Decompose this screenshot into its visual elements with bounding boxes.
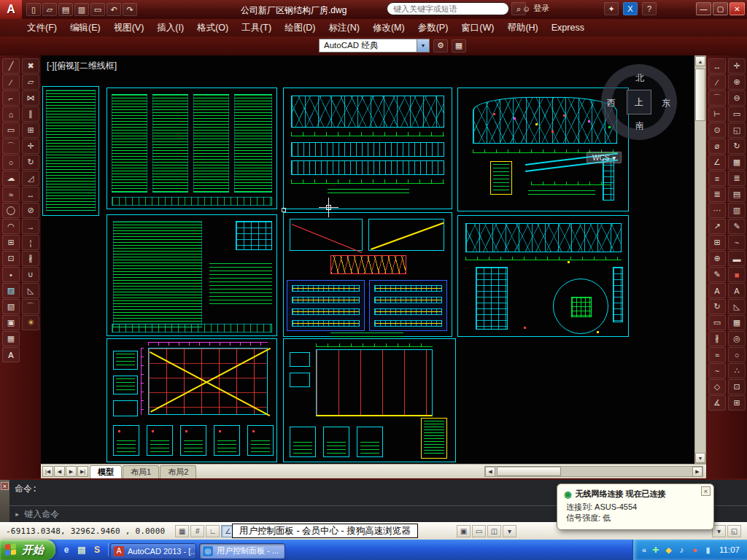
chamfer-icon[interactable]: ◺ — [22, 283, 39, 298]
inspection-dimension-icon[interactable]: ◇ — [708, 379, 726, 394]
spline-icon[interactable]: ≈ — [2, 187, 20, 202]
open-folder-icon[interactable]: ▱ — [42, 3, 57, 16]
menu-express[interactable]: Express — [545, 19, 591, 36]
gear-icon[interactable]: ⚙ — [433, 39, 448, 52]
join-icon[interactable]: ∪ — [22, 267, 39, 282]
task-user-panel[interactable]: ◎用户控制面板 - ... — [199, 543, 285, 559]
search-input[interactable] — [387, 2, 509, 15]
move-icon[interactable]: ✛ — [22, 139, 39, 154]
new-file-icon[interactable]: ▯ — [26, 3, 41, 16]
ungroup-icon[interactable]: ○ — [728, 347, 746, 362]
table-icon[interactable]: ▦ — [2, 331, 20, 346]
autocad-logo-icon[interactable]: A — [0, 0, 22, 19]
copy-icon[interactable]: ▱ — [22, 74, 39, 90]
line-icon[interactable]: ╱ — [2, 58, 20, 74]
aligned-dimension-icon[interactable]: ∕ — [708, 74, 726, 90]
quicklaunch-desktop-icon[interactable]: ▤ — [75, 543, 88, 556]
tab-layout2[interactable]: 布局2 — [160, 465, 196, 478]
orbit-icon[interactable]: ↻ — [728, 139, 746, 154]
workspace-settings-icon[interactable]: ▦ — [452, 39, 466, 52]
help-icon[interactable]: ? — [642, 2, 657, 15]
array-icon[interactable]: ⊞ — [22, 122, 39, 138]
tray-input-method-icon[interactable]: ◆ — [664, 545, 673, 555]
properties-icon[interactable]: ▥ — [728, 203, 746, 218]
diameter-dimension-icon[interactable]: ⌀ — [708, 139, 726, 154]
horizontal-scrollbar[interactable]: ◀ ▶ — [484, 466, 703, 477]
menu-window[interactable]: 窗口(W) — [454, 19, 500, 36]
xref-icon[interactable]: ⊞ — [728, 395, 746, 411]
explode-icon[interactable]: ✳ — [22, 315, 39, 330]
grid-toggle[interactable]: # — [190, 525, 204, 537]
tab-model[interactable]: 模型 — [90, 465, 122, 478]
block-editor-icon[interactable]: ⊡ — [728, 379, 746, 394]
view-compass[interactable]: 北 西 东 南 上 — [601, 64, 677, 140]
match-properties-icon[interactable]: ✎ — [728, 219, 746, 234]
tray-network-icon[interactable]: ▮ — [703, 545, 713, 555]
tab-layout1[interactable]: 布局1 — [123, 465, 159, 478]
circle-icon[interactable]: ○ — [2, 155, 20, 170]
menu-tools[interactable]: 工具(T) — [235, 19, 278, 36]
dimension-text-edit-icon[interactable]: A — [708, 283, 726, 298]
tray-safety-icon[interactable]: ● — [690, 545, 700, 555]
angular-dimension-icon[interactable]: ∠ — [708, 155, 726, 170]
print-preview-icon[interactable]: ▭ — [90, 3, 105, 16]
redo-icon[interactable]: ↷ — [123, 3, 137, 16]
zoom-window-icon[interactable]: ▭ — [728, 106, 746, 122]
clean-screen-icon[interactable]: ◱ — [727, 525, 741, 537]
plot-icon[interactable]: ▥ — [74, 3, 89, 16]
polyline-icon[interactable]: ⌐ — [2, 90, 20, 106]
menu-insert[interactable]: 插入(I) — [150, 19, 190, 36]
close-icon[interactable]: × — [701, 486, 711, 496]
zoom-extents-icon[interactable]: ◱ — [728, 122, 746, 138]
continue-dimension-icon[interactable]: ⋯ — [708, 203, 726, 218]
measure-icon[interactable]: ∴ — [728, 363, 746, 378]
linetype-icon[interactable]: ~ — [728, 235, 746, 250]
ortho-toggle[interactable]: ∟ — [206, 525, 220, 537]
tray-volume-icon[interactable]: ♪ — [677, 545, 686, 555]
arc-length-icon[interactable]: ⌒ — [708, 90, 726, 106]
save-icon[interactable]: ▤ — [58, 3, 73, 16]
scroll-left-icon[interactable]: ◀ — [485, 467, 495, 477]
close-button[interactable]: ✕ — [729, 2, 745, 15]
layer-properties-icon[interactable]: ▤ — [728, 187, 746, 202]
stretch-icon[interactable]: ↔ — [22, 187, 39, 202]
compass-up-button[interactable]: 上 — [627, 90, 651, 114]
sign-in-area[interactable]: ☺ 登录 — [522, 3, 549, 14]
linear-dimension-icon[interactable]: ↔ — [708, 58, 726, 74]
exchange-apps-icon[interactable]: X — [623, 2, 638, 15]
compass-east-label[interactable]: 东 — [662, 97, 670, 109]
revision-cloud-icon[interactable]: ☁ — [2, 171, 20, 186]
compass-west-label[interactable]: 西 — [607, 97, 616, 109]
erase-icon[interactable]: ✖ — [22, 58, 39, 74]
close-icon[interactable]: × — [1, 482, 9, 490]
snap-toggle[interactable]: ▦ — [175, 525, 189, 537]
group-icon[interactable]: ◎ — [728, 331, 746, 346]
gradient-icon[interactable]: ▧ — [2, 299, 20, 314]
workspace-dropdown[interactable]: AutoCAD 经典 ▼ — [319, 39, 430, 52]
menu-view[interactable]: 视图(V) — [107, 19, 151, 36]
center-mark-icon[interactable]: ⊕ — [708, 251, 726, 266]
trim-icon[interactable]: ⊘ — [22, 203, 39, 218]
tab-next-button[interactable]: ▶ — [66, 466, 77, 477]
zoom-out-icon[interactable]: ⊖ — [728, 90, 746, 106]
layout-space-button[interactable]: ▭ — [472, 525, 486, 537]
menu-draw[interactable]: 绘图(D) — [278, 19, 322, 36]
status-menu-arrow-icon[interactable]: ▾ — [712, 525, 726, 537]
polygon-icon[interactable]: ⌂ — [2, 106, 20, 122]
vertical-scrollbar[interactable]: ▲ ▼ — [694, 55, 706, 464]
scale-icon[interactable]: ◿ — [22, 171, 39, 186]
menu-modify[interactable]: 修改(M) — [366, 19, 411, 36]
offset-icon[interactable]: ∥ — [22, 106, 39, 122]
mirror-icon[interactable]: ⋈ — [22, 90, 39, 106]
sign-in-label[interactable]: 登录 — [533, 3, 549, 14]
scroll-up-icon[interactable]: ▲ — [695, 56, 705, 66]
rectangle-icon[interactable]: ▭ — [2, 122, 20, 138]
dimension-break-icon[interactable]: ∦ — [708, 331, 726, 346]
table-style-icon[interactable]: ▦ — [728, 315, 746, 330]
quicklaunch-sogou-icon[interactable]: S — [90, 543, 104, 556]
baseline-dimension-icon[interactable]: ≣ — [708, 187, 726, 202]
break-icon[interactable]: ∦ — [22, 251, 39, 266]
menu-edit[interactable]: 编辑(E) — [63, 19, 107, 36]
hatch-icon[interactable]: ▨ — [2, 283, 20, 298]
tray-antivirus-icon[interactable]: ✚ — [651, 545, 660, 555]
